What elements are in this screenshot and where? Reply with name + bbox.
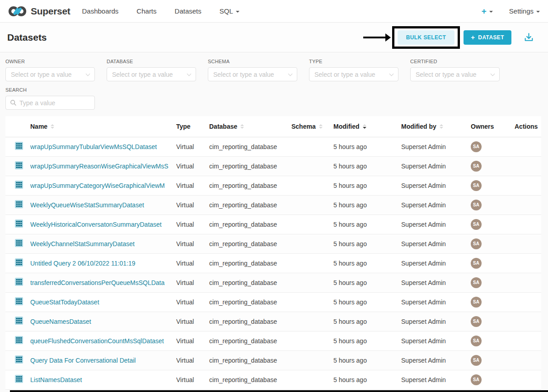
dataset-grid-icon	[15, 181, 23, 189]
dataset-grid-icon	[15, 200, 23, 208]
dataset-modified: 5 hours ago	[333, 331, 401, 350]
new-item-menu[interactable]: +	[482, 7, 493, 15]
search-input[interactable]	[19, 99, 94, 107]
dataset-link[interactable]: WeeklyChannelStatSummaryDataset	[30, 240, 176, 247]
owner-avatar[interactable]: SA	[471, 180, 482, 191]
table-row[interactable]: WeeklyQueueWiseStatSummaryDataset Virtua…	[5, 195, 541, 215]
table-row[interactable]: Untitled Query 2 06/10/2022 11:01:19 Vir…	[5, 253, 541, 273]
table-row[interactable]: transferredConversationsPerQueueMsSQLDat…	[5, 273, 541, 292]
filter-owner: OWNER Select or type a value	[5, 59, 95, 81]
dataset-type: Virtual	[176, 273, 209, 292]
nav-datasets[interactable]: Datasets	[175, 7, 201, 15]
database-select[interactable]: Select or type a value	[107, 67, 196, 81]
owner-avatar[interactable]: SA	[471, 258, 482, 269]
column-header-modified[interactable]: Modified	[333, 116, 401, 137]
settings-menu[interactable]: Settings	[509, 7, 540, 15]
dataset-schema	[291, 195, 333, 215]
dataset-link[interactable]: QueueNamesDataset	[30, 318, 176, 325]
dataset-link[interactable]: wrapUpSummaryReasonWiseGraphicalViewMsS	[30, 163, 176, 170]
owner-avatar[interactable]: SA	[471, 200, 482, 210]
table-row[interactable]: wrapUpSummaryTubularViewMsSQLDataset Vir…	[5, 137, 541, 156]
row-actions	[515, 234, 541, 253]
nav-charts[interactable]: Charts	[136, 7, 156, 15]
certified-select[interactable]: Select or type a value	[410, 67, 500, 81]
dataset-grid-icon	[15, 278, 23, 286]
sort-icon[interactable]	[51, 124, 54, 129]
table-row[interactable]: ListNamesDataset Virtual cim_reporting_d…	[5, 370, 541, 389]
superset-logo[interactable]: Superset	[8, 5, 70, 17]
row-actions	[515, 370, 541, 389]
dataset-link[interactable]: wrapUpSummaryTubularViewMsSQLDataset	[30, 143, 176, 150]
owner-select[interactable]: Select or type a value	[5, 67, 95, 81]
dataset-type: Virtual	[176, 156, 209, 176]
bulk-select-button[interactable]: BULK SELECT	[398, 30, 454, 45]
dataset-link[interactable]: WeeklyHistoricalConversatonSummaryDatase…	[30, 221, 176, 228]
dataset-modified: 5 hours ago	[333, 253, 401, 273]
owner-avatar[interactable]: SA	[471, 277, 482, 288]
annotation-bottom-bar	[10, 390, 548, 392]
nav-dashboards[interactable]: Dashboards	[82, 7, 118, 15]
sort-icon[interactable]	[319, 124, 323, 129]
dataset-grid-icon	[15, 258, 23, 266]
dataset-modified-by: Superset Admin	[401, 253, 471, 273]
owner-avatar[interactable]: SA	[471, 355, 482, 366]
schema-select[interactable]: Select or type a value	[208, 67, 297, 81]
table-row[interactable]: Query Data For Conversational Detail Vir…	[5, 350, 541, 370]
table-row[interactable]: queueFlushedConversationCountMsSqlDatase…	[5, 331, 541, 350]
add-dataset-button[interactable]: + DATASET	[464, 30, 511, 45]
datasets-table-card: NameTypeDatabaseSchemaModifiedModified b…	[5, 116, 541, 390]
dataset-grid-icon	[15, 161, 23, 169]
owner-avatar[interactable]: SA	[471, 141, 482, 152]
sort-icon[interactable]	[363, 124, 366, 129]
dataset-grid-icon	[15, 219, 23, 228]
column-header-schema[interactable]: Schema	[291, 116, 333, 137]
search-box	[5, 96, 95, 110]
dataset-modified-by: Superset Admin	[401, 195, 471, 215]
sort-icon[interactable]	[240, 124, 244, 129]
dataset-link[interactable]: queueFlushedConversationCountMsSqlDatase…	[30, 337, 176, 345]
column-label: Name	[30, 123, 47, 130]
dataset-grid-icon	[15, 317, 23, 325]
type-select[interactable]: Select or type a value	[309, 67, 398, 81]
dataset-modified-by: Superset Admin	[401, 331, 471, 350]
dataset-modified: 5 hours ago	[333, 350, 401, 370]
dataset-type: Virtual	[176, 234, 209, 253]
dataset-link[interactable]: WeeklyQueueWiseStatSummaryDataset	[30, 201, 176, 209]
filter-schema: SCHEMA Select or type a value	[208, 59, 297, 81]
table-row[interactable]: WeeklyChannelStatSummaryDataset Virtual …	[5, 234, 541, 253]
owner-avatar[interactable]: SA	[471, 336, 482, 346]
dataset-database: cim_reporting_database	[209, 253, 291, 273]
page-title: Datasets	[7, 32, 47, 43]
dataset-link[interactable]: Query Data For Conversational Detail	[30, 357, 176, 364]
sort-icon[interactable]	[440, 124, 443, 129]
table-row[interactable]: wrapUpSummaryReasonWiseGraphicalViewMsS …	[5, 156, 541, 176]
dataset-modified: 5 hours ago	[333, 234, 401, 253]
table-row[interactable]: wrapUpSummaryCategoryWiseGraphicalViewM …	[5, 176, 541, 195]
owner-avatar[interactable]: SA	[471, 238, 482, 249]
table-row[interactable]: QueueNamesDataset Virtual cim_reporting_…	[5, 312, 541, 331]
dataset-modified-by: Superset Admin	[401, 176, 471, 195]
dataset-modified-by: Superset Admin	[401, 370, 471, 389]
dataset-modified: 5 hours ago	[333, 312, 401, 331]
column-header-name[interactable]: Name	[30, 116, 176, 137]
column-header-database[interactable]: Database	[209, 116, 291, 137]
owner-avatar[interactable]: SA	[471, 374, 482, 385]
dataset-link[interactable]: wrapUpSummaryCategoryWiseGraphicalViewM	[30, 182, 176, 189]
owner-avatar[interactable]: SA	[471, 316, 482, 327]
column-header-modified-by[interactable]: Modified by	[401, 116, 471, 137]
dataset-link[interactable]: transferredConversationsPerQueueMsSQLDat…	[30, 279, 176, 286]
owner-avatar[interactable]: SA	[471, 297, 482, 308]
owner-avatar[interactable]: SA	[471, 161, 482, 172]
row-actions	[515, 331, 541, 350]
dataset-link[interactable]: ListNamesDataset	[30, 376, 176, 383]
dataset-modified: 5 hours ago	[333, 370, 401, 389]
export-datasets-button[interactable]	[523, 32, 534, 43]
dataset-schema	[291, 234, 333, 253]
table-row[interactable]: WeeklyHistoricalConversatonSummaryDatase…	[5, 215, 541, 234]
dataset-link[interactable]: Untitled Query 2 06/10/2022 11:01:19	[30, 260, 176, 267]
dataset-link[interactable]: QueueStatTodayDataset	[30, 299, 176, 306]
table-row[interactable]: QueueStatTodayDataset Virtual cim_report…	[5, 292, 541, 312]
main-nav: Dashboards Charts Datasets SQL	[82, 7, 239, 15]
owner-avatar[interactable]: SA	[471, 219, 482, 230]
nav-sql[interactable]: SQL	[220, 7, 239, 15]
